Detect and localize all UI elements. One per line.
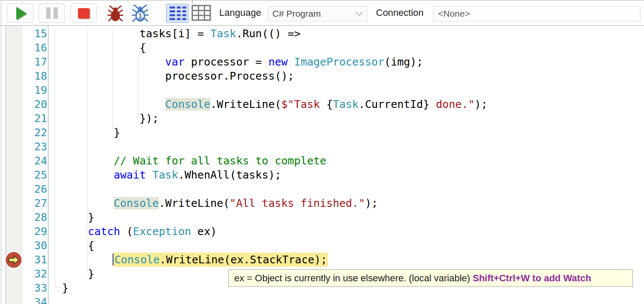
code-lines: 15 tasks[i] = Task.Run(() =>16 {17 var p… [0,26,644,304]
linqpad-window: 1 Language C# Program Connection [0,0,644,304]
break-on-exception-bug-icon[interactable] [105,5,125,24]
tooltip-shortcut: Shift+Ctrl+W to add Watch [473,273,591,284]
line-number: 32 [23,267,47,281]
line-number: 28 [23,210,47,224]
code-line-29[interactable]: 29 catch (Exception ex) [0,224,644,238]
stop-icon [78,8,89,18]
code-line-28[interactable]: 28 } [0,210,644,224]
line-number: 31 [23,253,47,267]
svg-text:1: 1 [138,12,143,20]
line-number: 21 [23,111,47,125]
line-number: 17 [23,55,47,69]
connection-field[interactable]: <None> [433,6,641,21]
line-number: 15 [23,27,47,41]
code-line-24[interactable]: 24 // Wait for all tasks to complete [0,154,644,168]
current-statement-highlight: Console.WriteLine(ex.StackTrace); [113,253,328,267]
line-number: 34 [23,295,47,304]
current-execution-marker-icon [6,252,22,268]
run-button[interactable] [7,3,33,23]
line-number: 25 [23,168,47,182]
toolbar: 1 Language C# Program Connection [0,0,644,26]
language-label: Language [219,0,261,26]
tooltip-text: ex = Object is currently in use elsewher… [234,273,473,284]
line-number: 19 [23,83,47,97]
line-number: 23 [23,140,47,154]
language-dropdown[interactable]: C# Program [268,6,367,21]
play-icon [16,7,27,20]
code-line-20[interactable]: 20 Console.WriteLine($"Task {Task.Curren… [0,97,644,111]
code-line-18[interactable]: 18 processor.Process(); [0,69,644,83]
line-number: 33 [23,281,47,295]
list-lines-icon [170,6,188,9]
code-line-21[interactable]: 21 }); [0,111,644,125]
line-number: 30 [23,238,47,253]
code-line-17[interactable]: 17 var processor = new ImageProcessor(im… [0,55,644,69]
pause-icon [46,7,58,19]
line-number: 20 [23,97,47,111]
rich-text-results-button[interactable] [166,4,188,23]
stop-button[interactable] [70,3,97,23]
code-line-27[interactable]: 27 Console.WriteLine("All tasks finished… [0,196,644,210]
line-number: 29 [23,224,47,238]
line-number: 18 [23,69,47,83]
code-line-22[interactable]: 22 } [0,125,644,140]
code-line-25[interactable]: 25 await Task.WhenAll(tasks); [0,168,644,182]
code-line-19[interactable]: 19 [0,83,644,97]
line-number: 26 [23,182,47,196]
line-number: 16 [23,41,47,55]
debug-attach-bug-icon[interactable]: 1 [129,4,151,24]
code-line-30[interactable]: 30 { [0,238,644,253]
code-line-26[interactable]: 26 [0,182,644,196]
data-grid-results-button[interactable] [191,5,211,23]
table-grid-icon [191,5,211,21]
code-editor[interactable]: 15 tasks[i] = Task.Run(() =>16 {17 var p… [0,26,644,304]
code-line-15[interactable]: 15 tasks[i] = Task.Run(() => [0,27,644,41]
window-top-border [0,0,644,0]
code-line-34[interactable]: 34 [0,295,644,304]
code-line-16[interactable]: 16 { [0,41,644,55]
line-number: 27 [23,196,47,210]
toolbar-top-tick [192,0,193,4]
connection-label: Connection [376,0,423,26]
window-left-border [1,0,1,304]
chevron-down-icon [355,12,363,16]
debug-value-tooltip: ex = Object is currently in use elsewher… [228,269,633,287]
line-number: 22 [23,125,47,140]
pause-button[interactable] [39,3,65,23]
line-number: 24 [23,154,47,168]
language-value: C# Program [272,9,355,19]
code-line-23[interactable]: 23 [0,140,644,154]
code-line-31[interactable]: 31 Console.WriteLine(ex.StackTrace); [0,253,644,267]
connection-value: <None> [438,9,470,19]
text-caret [113,253,113,265]
